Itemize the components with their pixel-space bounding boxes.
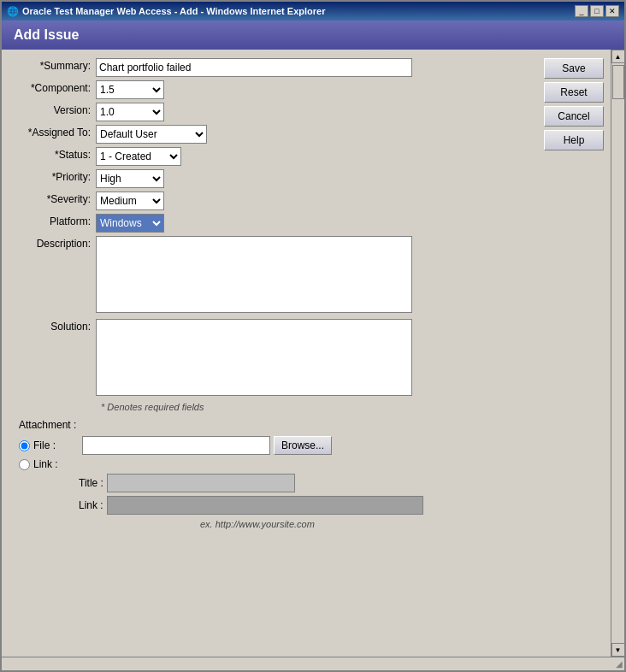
priority-label: *Priority: [10,169,96,183]
severity-row: *Severity: Medium High Low [10,192,607,210]
link-radio[interactable] [19,459,30,470]
component-row: *Component: 1.5 1.0 2.0 [10,80,607,99]
link-radio-label[interactable]: Link : [19,458,79,470]
link-label: Link : [33,458,58,470]
scroll-down-arrow[interactable]: ▼ [611,643,625,657]
solution-label: Solution: [10,319,96,333]
priority-select[interactable]: High Medium Low [96,169,164,188]
assigned-row: *Assigned To: Default User User 1 User 2 [10,125,607,144]
browser-icon: 🌐 [7,6,19,17]
summary-label: *Summary: [10,58,96,72]
severity-select[interactable]: Medium High Low [96,192,164,210]
browse-button[interactable]: Browse... [274,436,332,455]
assigned-label: *Assigned To: [10,125,96,139]
help-button[interactable]: Help [544,130,604,150]
window-frame: 🌐 Oracle Test Manager Web Access - Add -… [0,0,626,672]
file-radio-label[interactable]: File : [19,439,79,451]
action-buttons-panel: Save Reset Cancel Help [544,58,604,150]
file-radio[interactable] [19,440,30,451]
cancel-button[interactable]: Cancel [544,106,604,127]
example-text: ex. http://www.yoursite.com [200,519,315,529]
summary-input[interactable] [96,58,412,77]
close-button[interactable]: ✕ [605,5,619,17]
scroll-up-arrow[interactable]: ▲ [611,50,625,63]
description-textarea[interactable] [96,236,412,313]
solution-row: Solution: [10,319,607,398]
scrollbar[interactable]: ▲ ▼ [611,50,624,657]
reset-button[interactable]: Reset [544,82,604,103]
solution-wrapper [96,319,412,398]
description-row: Description: [10,236,607,315]
window-bottom: ◢ [2,657,624,670]
component-label: *Component: [10,80,96,94]
version-select[interactable]: 1.0 2.0 3.0 [96,103,164,121]
scroll-thumb[interactable] [612,65,624,99]
example-text-row: ex. http://www.yoursite.com [109,518,607,530]
severity-label: *Severity: [10,192,96,205]
content-area: Save Reset Cancel Help *Summary: *Compon… [2,50,624,657]
title-input[interactable] [107,474,295,492]
link-input[interactable] [107,496,423,515]
required-note: * Denotes required fields [101,402,607,412]
title-row: Title : [79,474,607,492]
platform-select[interactable]: Windows Linux Mac [96,214,164,233]
platform-row: Platform: Windows Linux Mac [10,214,607,233]
version-label: Version: [10,103,96,116]
file-input[interactable] [82,436,270,455]
summary-row: *Summary: [10,58,607,77]
title-bar: 🌐 Oracle Test Manager Web Access - Add -… [2,2,624,21]
page-header: Add Issue [2,21,624,50]
minimize-button[interactable]: _ [575,5,588,17]
priority-row: *Priority: High Medium Low [10,169,607,188]
platform-label: Platform: [10,214,96,227]
file-label: File : [33,439,56,451]
status-select[interactable]: 1 - Created 2 - Open 3 - Closed [96,147,181,166]
assigned-select[interactable]: Default User User 1 User 2 [96,125,207,144]
attachment-section: Attachment : File : Browse... Link : Tit… [19,419,607,530]
page-title: Add Issue [14,27,79,42]
save-button[interactable]: Save [544,58,604,79]
title-bar-buttons: _ □ ✕ [575,5,619,17]
resize-grip[interactable]: ◢ [616,659,623,669]
status-row: *Status: 1 - Created 2 - Open 3 - Closed [10,147,607,166]
link-row: Link : [19,458,607,470]
component-select[interactable]: 1.5 1.0 2.0 [96,80,164,99]
title-field-label: Title : [79,477,103,489]
status-label: *Status: [10,147,96,161]
maximize-button[interactable]: □ [590,5,604,17]
file-row: File : Browse... [19,436,607,455]
version-row: Version: 1.0 2.0 3.0 [10,103,607,121]
solution-textarea[interactable] [96,319,412,396]
attachment-title: Attachment : [19,419,607,431]
description-wrapper [96,236,412,315]
title-bar-text: 🌐 Oracle Test Manager Web Access - Add -… [7,6,325,17]
description-label: Description: [10,236,96,250]
link-field-label: Link : [79,499,103,511]
link-input-row: Link : [79,496,607,515]
